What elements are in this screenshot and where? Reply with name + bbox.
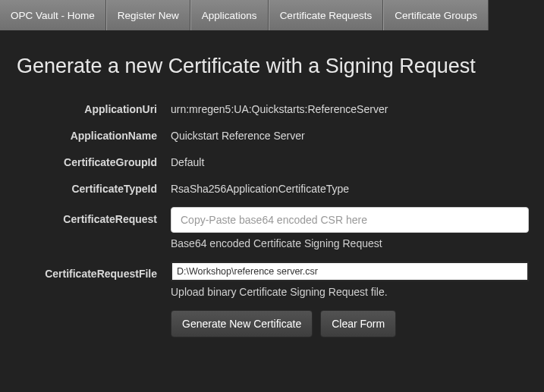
row-certificate-group-id: CertificateGroupId Default [23, 154, 529, 168]
row-certificate-request-file: CertificateRequestFile Upload binary Cer… [23, 262, 529, 298]
nav-certificate-requests[interactable]: Certificate Requests [269, 0, 384, 30]
row-certificate-request: CertificateRequest Base64 encoded Certif… [23, 207, 529, 249]
value-certificate-type-id: RsaSha256ApplicationCertificateType [171, 180, 529, 195]
label-certificate-group-id: CertificateGroupId [23, 154, 171, 168]
row-application-uri: ApplicationUri urn:mregen5:UA:Quickstart… [23, 101, 529, 115]
page-title: Generate a new Certificate with a Signin… [17, 55, 529, 78]
certificate-request-input[interactable] [171, 207, 529, 233]
content: Generate a new Certificate with a Signin… [0, 32, 544, 353]
nav-register-new[interactable]: Register New [106, 0, 190, 30]
nav-certificate-groups[interactable]: Certificate Groups [383, 0, 489, 30]
nav-home[interactable]: OPC Vault - Home [0, 0, 106, 30]
form: ApplicationUri urn:mregen5:UA:Quickstart… [15, 101, 529, 337]
label-certificate-type-id: CertificateTypeId [23, 180, 171, 195]
value-application-uri: urn:mregen5:UA:Quickstarts:ReferenceServ… [171, 101, 529, 115]
button-row: Generate New Certificate Clear Form [171, 310, 529, 337]
value-certificate-group-id: Default [171, 154, 529, 168]
label-certificate-request: CertificateRequest [23, 207, 171, 225]
label-application-uri: ApplicationUri [23, 101, 171, 115]
certificate-request-help: Base64 encoded Certificate Signing Reque… [171, 237, 529, 249]
clear-form-button[interactable]: Clear Form [320, 310, 396, 337]
certificate-request-file-help: Upload binary Certificate Signing Reques… [171, 286, 529, 298]
label-certificate-request-file: CertificateRequestFile [23, 262, 171, 280]
value-application-name: Quickstart Reference Server [171, 127, 529, 142]
generate-new-certificate-button[interactable]: Generate New Certificate [171, 310, 313, 337]
nav-applications[interactable]: Applications [190, 0, 269, 30]
navbar: OPC Vault - Home Register New Applicatio… [0, 0, 544, 32]
certificate-request-file-input[interactable] [171, 262, 529, 281]
label-application-name: ApplicationName [23, 127, 171, 142]
row-certificate-type-id: CertificateTypeId RsaSha256ApplicationCe… [23, 180, 529, 195]
row-application-name: ApplicationName Quickstart Reference Ser… [23, 127, 529, 142]
